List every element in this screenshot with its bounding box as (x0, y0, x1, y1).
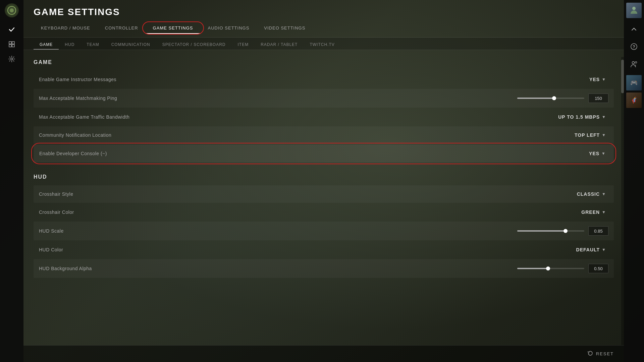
sub-nav: Game Hud Team Communication Spectator / … (23, 38, 624, 50)
setting-crosshair-color: Crosshair Color GREEN ▼ (34, 203, 614, 221)
svg-rect-2 (9, 42, 11, 44)
svg-text:?: ? (633, 45, 635, 49)
hudscale-slider-fill (517, 230, 566, 232)
svg-rect-4 (9, 45, 11, 47)
setting-instructor-messages: Enable Game Instructor Messages YES ▼ (34, 71, 614, 88)
hudalpha-slider-thumb[interactable] (546, 266, 550, 270)
hudalpha-slider-fill (517, 268, 548, 269)
svg-rect-3 (12, 42, 14, 44)
crosshair-style-dropdown[interactable]: CLASSIC ▼ (574, 190, 608, 198)
sidebar-inventory-icon[interactable] (6, 38, 18, 50)
hudalpha-slider[interactable] (517, 268, 584, 269)
subnav-item[interactable]: Item (232, 40, 255, 50)
setting-hudalpha-label: HUD Background Alpha (39, 266, 517, 271)
tab-controller[interactable]: Controller (98, 23, 146, 34)
subnav-team[interactable]: Team (80, 40, 105, 50)
scrollbar-track[interactable] (621, 57, 624, 345)
help-icon[interactable]: ? (626, 39, 642, 54)
subnav-twitch[interactable]: Twitch.tv (304, 40, 340, 50)
subnav-radar[interactable]: Radar / Tablet (255, 40, 304, 50)
setting-crosshair-style-control[interactable]: CLASSIC ▼ (574, 190, 608, 198)
avatar-small-1[interactable]: 🎮 (626, 75, 642, 90)
crosshair-style-value: CLASSIC (577, 191, 600, 197)
setting-hudcolor-label: HUD Color (39, 247, 574, 252)
notif-dropdown[interactable]: TOP LEFT ▼ (572, 131, 608, 139)
header: GAME SETTINGS Keyboard / Mouse Controlle… (23, 0, 624, 38)
crosshair-color-dropdown[interactable]: GREEN ▼ (575, 208, 608, 216)
devconsole-arrow-icon: ▼ (601, 151, 605, 156)
setting-notif-control[interactable]: TOP LEFT ▼ (572, 131, 608, 139)
setting-bandwidth-label: Max Acceptable Game Traffic Bandwidth (39, 114, 555, 120)
devconsole-dropdown[interactable]: YES ▼ (575, 149, 608, 158)
sidebar-settings-icon[interactable] (6, 53, 18, 65)
page-title: GAME SETTINGS (34, 7, 614, 17)
setting-ping-control[interactable]: 150 (517, 94, 608, 103)
setting-bandwidth-control[interactable]: UP TO 1.5 MBPS ▼ (555, 113, 608, 121)
ping-slider[interactable] (517, 98, 584, 99)
setting-crosshair-style-label: Crosshair Style (39, 191, 574, 197)
setting-devconsole-control[interactable]: YES ▼ (575, 149, 608, 158)
svg-point-10 (632, 62, 635, 64)
hudcolor-arrow-icon: ▼ (602, 247, 606, 252)
section-spacer (34, 163, 614, 171)
tab-keyboard-mouse[interactable]: Keyboard / Mouse (34, 23, 98, 34)
hudscale-slider-thumb[interactable] (564, 229, 568, 233)
subnav-game[interactable]: Game (34, 40, 59, 50)
setting-crosshair-color-control[interactable]: GREEN ▼ (575, 208, 608, 216)
svg-point-7 (632, 7, 636, 10)
setting-devconsole-label: Enable Developer Console (~) (39, 151, 575, 156)
tab-video-settings[interactable]: Video Settings (257, 23, 313, 34)
bandwidth-dropdown[interactable]: UP TO 1.5 MBPS ▼ (555, 113, 608, 121)
setting-instructor-control[interactable]: YES ▼ (575, 75, 608, 83)
avatar-small-2[interactable]: 🦸 (626, 93, 642, 108)
player-avatar[interactable] (626, 3, 642, 18)
reset-icon (587, 350, 593, 358)
setting-crosshair-color-label: Crosshair Color (39, 209, 575, 215)
subnav-communication[interactable]: Communication (105, 40, 156, 50)
reset-button[interactable]: RESET (587, 350, 614, 358)
subnav-spectator[interactable]: Spectator / Scoreboard (156, 40, 232, 50)
hudscale-value: 0.85 (588, 226, 608, 236)
ping-value: 150 (588, 94, 608, 103)
setting-hud-color: HUD Color DEFAULT ▼ (34, 241, 614, 258)
scrollbar-thumb[interactable] (621, 60, 624, 93)
bandwidth-arrow-icon: ▼ (602, 115, 606, 119)
setting-hud-scale: HUD Scale 0.85 (34, 222, 614, 240)
setting-hudalpha-control[interactable]: 0.50 (517, 264, 608, 273)
settings-content: Game Enable Game Instructor Messages YES… (23, 50, 624, 362)
hudscale-slider[interactable] (517, 230, 584, 232)
crosshair-color-value: GREEN (581, 209, 600, 215)
ping-slider-fill (517, 98, 554, 99)
tab-audio-settings[interactable]: Audio Settings (201, 23, 257, 34)
setting-hudscale-control[interactable]: 0.85 (517, 226, 608, 236)
svg-point-11 (635, 62, 637, 63)
crosshair-color-arrow-icon: ▼ (602, 210, 606, 215)
svg-point-1 (10, 8, 14, 12)
sidebar-checkmark-icon[interactable] (6, 23, 18, 36)
setting-hudcolor-control[interactable]: DEFAULT ▼ (574, 246, 608, 254)
bottom-bar: RESET (23, 345, 624, 362)
left-sidebar (0, 0, 23, 362)
hudcolor-dropdown[interactable]: DEFAULT ▼ (574, 246, 608, 254)
setting-crosshair-style: Crosshair Style CLASSIC ▼ (34, 185, 614, 203)
friends-icon[interactable] (626, 56, 642, 72)
chevron-up-icon[interactable] (626, 21, 642, 37)
setting-ping: Max Acceptable Matchmaking Ping 150 (34, 89, 614, 108)
devconsole-value: YES (589, 151, 599, 156)
logo (5, 3, 19, 17)
crosshair-style-arrow-icon: ▼ (602, 192, 606, 196)
instructor-value: YES (589, 77, 600, 82)
setting-ping-label: Max Acceptable Matchmaking Ping (39, 96, 517, 101)
bandwidth-value: UP TO 1.5 MBPS (558, 114, 600, 120)
setting-hudscale-label: HUD Scale (39, 228, 517, 234)
top-nav: Keyboard / Mouse Controller Game Setting… (34, 23, 614, 34)
setting-hud-alpha: HUD Background Alpha 0.50 (34, 259, 614, 278)
subnav-hud[interactable]: Hud (59, 40, 80, 50)
setting-developer-console: Enable Developer Console (~) YES ▼ (34, 144, 614, 163)
hudcolor-value: DEFAULT (576, 247, 600, 252)
instructor-dropdown[interactable]: YES ▼ (575, 75, 608, 83)
tab-game-settings[interactable]: Game Settings (146, 23, 201, 34)
section-game-header: Game (34, 59, 614, 65)
right-sidebar: ? 🎮 🦸 (624, 0, 644, 362)
ping-slider-thumb[interactable] (552, 96, 556, 100)
